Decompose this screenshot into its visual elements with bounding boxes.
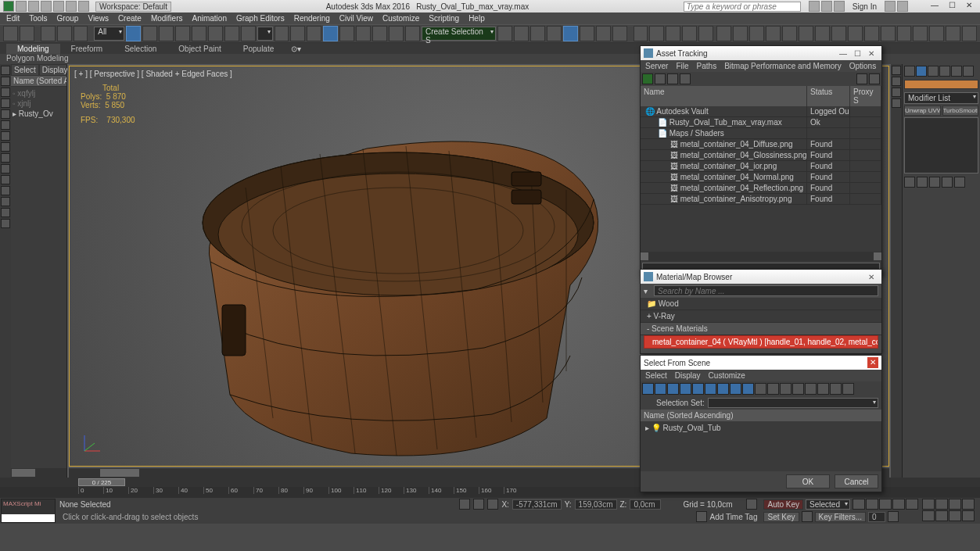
maxscript-listener[interactable]: MAXScript Mi: [2, 499, 55, 508]
mmb-options-icon[interactable]: ▾: [641, 287, 651, 295]
keyfilters-button[interactable]: Key Filters...: [815, 512, 867, 522]
cp-hierarchy-icon[interactable]: [928, 66, 939, 77]
play-button[interactable]: [879, 499, 892, 510]
tab-selection[interactable]: Selection: [113, 44, 167, 54]
selection-filter-dropdown[interactable]: All: [94, 27, 124, 41]
selection-set-dropdown[interactable]: Create Selection S: [422, 27, 496, 41]
sfs-close-button[interactable]: ✕: [867, 357, 878, 368]
at-menu-paths[interactable]: Paths: [697, 62, 717, 70]
at-table-icon[interactable]: [667, 73, 678, 84]
sfs-filter-space-icon[interactable]: [705, 383, 716, 395]
sign-in-link[interactable]: Sign In: [853, 2, 877, 11]
sfs-filter-helper-icon[interactable]: [692, 383, 704, 395]
sfs-filter-xref-icon[interactable]: [730, 383, 741, 395]
material-editor-button[interactable]: [612, 26, 627, 41]
minimize-button[interactable]: —: [927, 1, 942, 12]
cp-display-icon[interactable]: [951, 66, 962, 77]
keyboard-shortcut-button[interactable]: [307, 26, 321, 41]
stack-config-icon[interactable]: [954, 177, 965, 188]
at-row[interactable]: 🌐 Autodesk VaultLogged Ou...: [641, 106, 881, 117]
sfs-filter-group-icon[interactable]: [717, 383, 729, 395]
at-row[interactable]: 🖼 metal_container_Anisotropy.pngFound: [641, 194, 881, 205]
vp-text-button[interactable]: [831, 26, 846, 41]
undo-icon[interactable]: [53, 1, 64, 12]
schematic-button[interactable]: [596, 26, 611, 41]
curve-editor-button[interactable]: [580, 26, 594, 41]
at-row[interactable]: 🖼 metal_container_04_Normal.pngFound: [641, 172, 881, 183]
mmb-close-button[interactable]: ✕: [864, 273, 878, 281]
at-menu-server[interactable]: Server: [645, 62, 668, 70]
menu-civilview[interactable]: Civil View: [339, 14, 373, 23]
tab-objectpaint[interactable]: Object Paint: [167, 44, 232, 54]
at-row[interactable]: 📄 Rusty_Oval_Tub_max_vray.maxOk: [641, 117, 881, 128]
x-field[interactable]: -577,331cm: [512, 499, 562, 510]
at-highlight-icon[interactable]: [680, 73, 691, 84]
lt-cat-icon[interactable]: [1, 142, 10, 152]
vp-dof-button[interactable]: [848, 26, 863, 41]
sfs-menu-select[interactable]: Select: [645, 371, 667, 380]
placement-button[interactable]: [241, 26, 256, 41]
vr-cube-icon[interactable]: [892, 88, 901, 97]
at-maximize-button[interactable]: ☐: [850, 49, 864, 58]
se-select-tab[interactable]: Select: [11, 64, 39, 76]
ribbon-toggle-button[interactable]: [563, 26, 578, 41]
lt-xref-icon[interactable]: [1, 164, 10, 174]
spinner-snap-button[interactable]: [372, 26, 387, 41]
at-refresh-icon[interactable]: [642, 73, 653, 84]
sfs-menu-display[interactable]: Display: [675, 371, 701, 380]
maximize-vp-icon[interactable]: [962, 510, 975, 521]
fov-icon[interactable]: [922, 510, 935, 521]
z-field[interactable]: 0,0cm: [630, 499, 661, 510]
cp-create-icon[interactable]: [904, 66, 915, 77]
goto-end-button[interactable]: [906, 499, 918, 510]
vp-ao-button[interactable]: [749, 26, 764, 41]
zoom-ext-all-icon[interactable]: [962, 499, 975, 510]
menu-group[interactable]: Group: [57, 14, 79, 23]
asset-tracking-grid[interactable]: Name Status Proxy S 🌐 Autodesk VaultLogg…: [641, 86, 881, 274]
lt-hide-icon[interactable]: [1, 175, 10, 184]
at-hscroll[interactable]: [641, 252, 881, 261]
tab-freeform[interactable]: Freeform: [60, 44, 114, 54]
keyfilter-selected-dropdown[interactable]: Selected: [806, 499, 850, 510]
help-icon[interactable]: [897, 1, 908, 12]
zoom-icon[interactable]: [922, 499, 935, 510]
sfs-filter-geom-icon[interactable]: [642, 383, 654, 395]
selset-icon[interactable]: [405, 26, 420, 41]
se-row[interactable]: ▸ Rusty_Ov: [13, 109, 65, 119]
at-row[interactable]: 🖼 metal_container_04_Diffuse.pngFound: [641, 139, 881, 150]
snap-angle-button[interactable]: [339, 26, 354, 41]
menu-scripting[interactable]: Scripting: [429, 14, 459, 23]
vr-home-icon[interactable]: [892, 77, 901, 86]
menu-views[interactable]: Views: [88, 14, 109, 23]
lt-freeze-icon[interactable]: [1, 186, 10, 195]
se-display-tab[interactable]: Display: [39, 64, 71, 76]
lt-collapse-icon[interactable]: [1, 219, 10, 228]
menu-modifiers[interactable]: Modifiers: [151, 14, 183, 23]
cloud-icon[interactable]: [885, 1, 896, 12]
selection-lock-icon[interactable]: [487, 499, 498, 510]
at-tree-icon[interactable]: [655, 73, 666, 84]
snap-2d-button[interactable]: [323, 26, 338, 41]
at-menu-bitmap[interactable]: Bitmap Performance and Memory: [724, 62, 842, 70]
vp-shade-button[interactable]: [962, 26, 977, 41]
link-button[interactable]: [41, 26, 56, 41]
orbit-icon[interactable]: [949, 510, 961, 521]
select-region-button[interactable]: [159, 26, 174, 41]
align-button[interactable]: [514, 26, 529, 41]
at-col-proxy[interactable]: Proxy S: [850, 86, 881, 106]
sfs-cancel-button[interactable]: Cancel: [835, 474, 878, 488]
zoom-all-icon[interactable]: [935, 499, 948, 510]
at-row[interactable]: 🖼 metal_container_04_Glossiness.pngFound: [641, 150, 881, 161]
sfs-all-icon[interactable]: [792, 383, 804, 395]
vp-grid-button[interactable]: [913, 26, 928, 41]
keymode-icon[interactable]: [746, 499, 757, 510]
at-row[interactable]: 🖼 metal_container_04_ior.pngFound: [641, 161, 881, 172]
menu-tools[interactable]: Tools: [29, 14, 47, 23]
lt-geom-icon[interactable]: [1, 66, 10, 75]
lt-light-icon[interactable]: [1, 88, 10, 97]
mmb-scene-header[interactable]: - Scene Materials: [641, 323, 881, 335]
zoom-ext-icon[interactable]: [949, 499, 961, 510]
maxscript-input[interactable]: [2, 514, 55, 522]
vp-bloom-button[interactable]: [881, 26, 896, 41]
scale-button[interactable]: [224, 26, 239, 41]
